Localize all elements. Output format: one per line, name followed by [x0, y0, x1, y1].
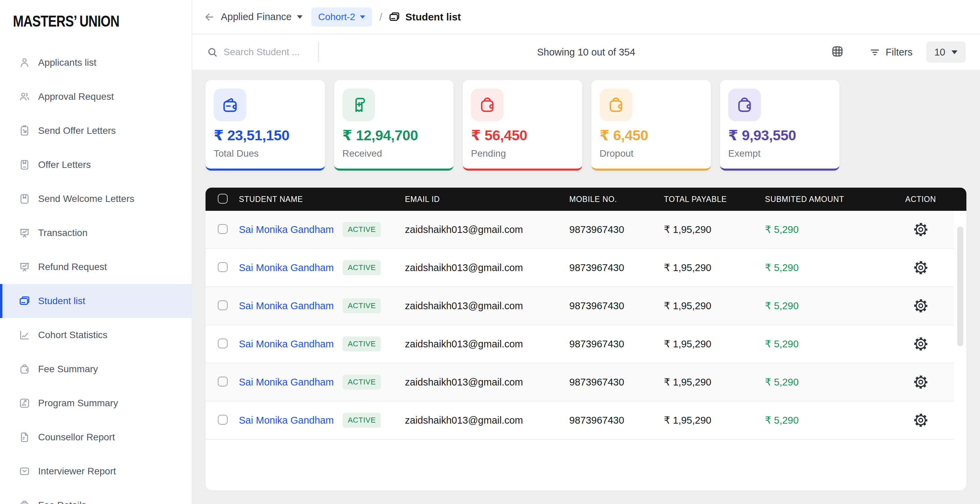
stat-card-received: ₹ 12,94,700 Received [334, 80, 453, 171]
row-checkbox[interactable] [218, 262, 228, 272]
status-badge: ACTIVE [343, 337, 381, 351]
row-settings-button[interactable] [913, 260, 929, 276]
student-name-link[interactable]: Sai Monika Gandham [239, 376, 334, 388]
wallet-icon [18, 499, 30, 504]
sidebar-item-counsellor-report[interactable]: Counsellor Report [0, 420, 192, 454]
submitted-amount-value: ₹ 5,290 [765, 415, 888, 426]
sidebar-item-interviewer-report[interactable]: Interviewer Report [0, 454, 192, 488]
stat-label: Total Dues [214, 148, 317, 159]
sidebar-item-transaction[interactable]: Transaction [0, 216, 192, 250]
row-settings-button[interactable] [913, 221, 929, 238]
sidebar-nav: Applicants list Approval Request Send Of… [0, 46, 192, 504]
back-button[interactable] [202, 10, 217, 24]
presentation-chart-icon [18, 261, 30, 273]
sidebar-item-applicants-list[interactable]: Applicants list [0, 46, 192, 80]
stat-value: ₹ 56,450 [471, 127, 574, 144]
student-name-link[interactable]: Sai Monika Gandham [239, 338, 334, 350]
student-mobile: 9873967430 [569, 415, 664, 426]
chevron-down-icon [951, 50, 958, 54]
filter-icon [869, 46, 881, 58]
total-payable-value: ₹ 1,95,290 [664, 376, 765, 388]
program-dropdown[interactable]: Applied Finance [221, 11, 302, 22]
gear-icon [913, 298, 928, 313]
welcome-letter-icon [18, 193, 30, 205]
sidebar-item-program-summary[interactable]: Program Summary [0, 386, 192, 420]
student-table: STUDENT NAME EMAIL ID MOBILE NO. TOTAL P… [205, 188, 966, 490]
table-row: Sai Monika GandhamACTIVE zaidshaikh013@g… [205, 211, 954, 249]
status-badge: ACTIVE [343, 375, 381, 389]
student-email: zaidshaikh013@gmail.com [405, 415, 569, 426]
table-row: Sai Monika GandhamACTIVE zaidshaikh013@g… [205, 364, 954, 402]
table-row: Sai Monika GandhamACTIVE zaidshaikh013@g… [205, 402, 954, 440]
row-checkbox[interactable] [218, 415, 228, 425]
stat-label: Exempt [728, 148, 831, 159]
submitted-amount-value: ₹ 5,290 [765, 376, 888, 388]
student-name-link[interactable]: Sai Monika Gandham [239, 262, 334, 273]
student-email: zaidshaikh013@gmail.com [405, 338, 569, 350]
wallet-icon [728, 89, 761, 121]
sidebar-item-fee-summary[interactable]: Fee Summary [0, 352, 192, 386]
sidebar-item-fee-details[interactable]: Fee Details [0, 488, 192, 504]
sidebar-item-label: Approval Request [38, 91, 114, 102]
sidebar-item-student-list[interactable]: Student list [0, 284, 192, 318]
chevron-down-icon [360, 15, 365, 19]
student-email: zaidshaikh013@gmail.com [405, 300, 569, 312]
table-scrollbar-thumb[interactable] [957, 226, 963, 346]
row-checkbox[interactable] [218, 376, 228, 386]
grid-view-button[interactable] [830, 45, 846, 60]
search-input[interactable] [224, 47, 312, 57]
status-badge: ACTIVE [343, 260, 381, 275]
sidebar-item-send-offer-letters[interactable]: Send Offer Letters [0, 114, 192, 148]
student-name-link[interactable]: Sai Monika Gandham [239, 224, 334, 235]
sidebar-item-approval-request[interactable]: Approval Request [0, 80, 192, 114]
row-checkbox[interactable] [218, 338, 228, 348]
sidebar-item-refund-request[interactable]: Refund Request [0, 250, 192, 284]
presentation-chart-icon [18, 227, 30, 239]
clipboard-send-icon [18, 124, 30, 137]
topbar: Applied Finance Cohort-2 / Student list [192, 0, 980, 34]
row-settings-button[interactable] [913, 374, 929, 390]
filters-button[interactable]: Filters [869, 46, 913, 58]
student-mobile: 9873967430 [569, 338, 664, 350]
sidebar-item-offer-letters[interactable]: Offer Letters [0, 148, 192, 182]
card-icon [18, 295, 30, 307]
gear-icon [913, 222, 928, 237]
sidebar-item-send-welcome-letters[interactable]: Send Welcome Letters [0, 182, 192, 216]
row-settings-button[interactable] [913, 336, 929, 352]
wallet-icon [471, 89, 504, 121]
stat-value: ₹ 9,93,550 [728, 127, 831, 144]
mail-icon [18, 465, 30, 477]
submitted-amount-value: ₹ 5,290 [765, 224, 888, 235]
receipt-plus-icon [342, 89, 375, 121]
main-area: Applied Finance Cohort-2 / Student list … [192, 0, 980, 504]
student-name-link[interactable]: Sai Monika Gandham [239, 300, 334, 312]
page-title: Student list [405, 11, 461, 23]
sidebar-item-label: Cohort Statistics [38, 330, 108, 341]
student-email: zaidshaikh013@gmail.com [405, 376, 569, 388]
gear-icon [913, 260, 928, 275]
select-all-checkbox[interactable] [218, 194, 228, 204]
arrow-left-icon [203, 11, 215, 23]
student-name-link[interactable]: Sai Monika Gandham [239, 415, 334, 426]
row-settings-button[interactable] [913, 412, 929, 428]
status-badge: ACTIVE [343, 413, 381, 428]
row-settings-button[interactable] [913, 298, 929, 314]
showing-count: Showing 10 out of 354 [537, 47, 635, 58]
row-checkbox[interactable] [218, 300, 228, 310]
line-chart-icon [18, 329, 30, 341]
cohort-dropdown[interactable]: Cohort-2 [311, 8, 372, 27]
table-row: Sai Monika GandhamACTIVE zaidshaikh013@g… [205, 249, 954, 287]
sidebar-item-label: Applicants list [38, 57, 96, 68]
submitted-amount-value: ₹ 5,290 [765, 262, 888, 273]
sidebar-item-label: Offer Letters [38, 159, 91, 170]
page-size-dropdown[interactable]: 10 [926, 41, 966, 63]
toolbar: Showing 10 out of 354 Filters 10 [192, 34, 980, 70]
user-icon [18, 57, 30, 69]
toolbar-divider [318, 42, 319, 62]
sidebar-item-label: Refund Request [38, 262, 107, 273]
row-checkbox[interactable] [218, 224, 228, 234]
sidebar: MASTERS’ UNION Applicants list Approval … [0, 0, 192, 504]
sidebar-item-cohort-statistics[interactable]: Cohort Statistics [0, 318, 192, 352]
stat-card-total-dues: ₹ 23,51,150 Total Dues [205, 80, 325, 171]
wallet-icon [18, 363, 30, 375]
